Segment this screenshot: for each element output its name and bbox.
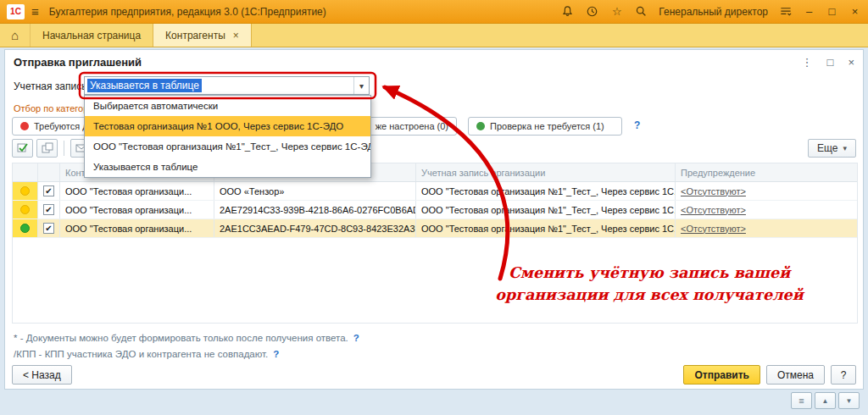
account-cell: ООО "Тестовая организация №1"_Тест_, Чер… — [416, 219, 676, 237]
row-status-cell — [13, 182, 38, 200]
service-settings-icon[interactable] — [778, 4, 793, 19]
warning-link[interactable]: <Отсутствуют> — [681, 186, 746, 196]
app-window: 1С ≡ Бухгалтерия предприятия, редакция 3… — [0, 0, 868, 415]
red-status-dot-icon — [20, 122, 29, 130]
footnote-help-link[interactable]: ? — [353, 333, 359, 343]
back-button[interactable]: < Назад — [12, 365, 72, 385]
minimize-button[interactable]: – — [803, 6, 815, 17]
green-status-dot-icon — [20, 224, 30, 233]
dialog-help-button[interactable]: ? — [831, 365, 856, 385]
account-combobox[interactable]: Указывается в таблице ▾ — [84, 76, 370, 95]
status-column-header — [13, 163, 38, 181]
warning-cell: <Отсутствуют> — [676, 182, 857, 200]
window-panel-toolbar: ≡ ▲ ▼ — [791, 392, 860, 409]
row-checkbox[interactable]: ✔ — [43, 223, 54, 234]
chevron-down-icon: ▾ — [843, 144, 847, 152]
tab-kontragenty[interactable]: Контрагенты × — [153, 24, 252, 47]
table-row[interactable]: ✔ ООО "Тестовая организаци... ООО «Тензо… — [13, 182, 857, 201]
list-toolbar — [12, 139, 92, 158]
history-clock-icon[interactable] — [585, 4, 599, 19]
search-icon[interactable] — [634, 4, 648, 19]
titlebar: 1С ≡ Бухгалтерия предприятия, редакция 3… — [0, 0, 868, 24]
checkbox-column-header — [38, 163, 60, 181]
row-status-cell — [13, 219, 38, 237]
row-checkbox-cell: ✔ — [38, 201, 60, 219]
dialog-close-icon[interactable]: × — [848, 56, 854, 69]
contragent-cell: ООО "Тестовая организаци... — [60, 182, 214, 200]
check-all-button[interactable] — [12, 139, 33, 158]
yellow-status-dot-icon — [20, 205, 30, 214]
tab-start-page-label: Начальная страница — [42, 30, 141, 42]
dialog-maximize-icon[interactable]: □ — [827, 56, 834, 69]
warning-link[interactable]: <Отсутствуют> — [681, 205, 746, 215]
current-user-menu[interactable]: Генеральный директор — [659, 6, 768, 18]
footnote-help-link[interactable]: ? — [273, 349, 279, 359]
account-label: Учетная запись: — [14, 80, 90, 92]
uncheck-all-button[interactable] — [36, 139, 58, 158]
tabbar: ⌂ Начальная страница Контрагенты × — [0, 24, 868, 47]
warning-link[interactable]: <Отсутствуют> — [681, 224, 746, 234]
identifier-cell: 2AE72914C33-939B-4218-86A6-0276FC0B6AD4 — [214, 201, 416, 219]
row-checkbox[interactable]: ✔ — [43, 185, 54, 196]
green-status-dot-icon — [476, 122, 485, 130]
more-button[interactable]: Еще ▾ — [808, 139, 856, 158]
table-row-selected[interactable]: ✔ ООО "Тестовая организаци... 2AE1CC3AEA… — [13, 219, 857, 238]
dropdown-item[interactable]: Выбирается автоматически — [85, 96, 370, 116]
close-button[interactable]: × — [849, 6, 861, 17]
dropdown-item[interactable]: ООО "Тестовая организация №1"_Тест_, Чер… — [85, 136, 370, 157]
identifier-cell: ООО «Тензор» — [214, 182, 416, 200]
contragent-cell: ООО "Тестовая организаци... — [60, 219, 214, 237]
warning-cell: <Отсутствуют> — [676, 219, 857, 237]
toolbar-separator — [64, 141, 64, 156]
dropdown-item[interactable]: Указывается в таблице — [85, 157, 370, 177]
account-cell: ООО "Тестовая организация №1"_Тест_, Чер… — [416, 182, 676, 200]
warning-cell: <Отсутствуют> — [676, 201, 857, 219]
tab-kontragenty-label: Контрагенты — [165, 30, 225, 42]
dialog-header: Отправка приглашений ⋮ □ × — [5, 50, 863, 74]
footnote-kpp: /КПП - КПП участника ЭДО и контрагента н… — [14, 349, 279, 359]
workspace: Отправка приглашений ⋮ □ × Учетная запис… — [0, 47, 868, 415]
row-checkbox-cell: ✔ — [38, 182, 60, 200]
row-checkbox[interactable]: ✔ — [43, 204, 54, 215]
dropdown-item-highlighted[interactable]: Тестовая организация №1 ООО, Через серви… — [85, 116, 370, 136]
send-invitations-dialog: Отправка приглашений ⋮ □ × Учетная запис… — [4, 49, 864, 390]
maximize-button[interactable]: □ — [826, 6, 838, 17]
warning-column-header[interactable]: Предупреждение — [676, 163, 857, 181]
scroll-down-icon[interactable]: ▼ — [838, 392, 860, 409]
favorites-star-icon[interactable]: ☆ — [609, 4, 624, 19]
account-cell: ООО "Тестовая организация №1"_Тест_, Чер… — [416, 201, 676, 219]
filters-help-link[interactable]: ? — [634, 119, 640, 131]
dialog-title: Отправка приглашений — [14, 56, 142, 69]
row-status-cell — [13, 201, 38, 219]
identifier-cell: 2AE1CC3AEAD-F479-47CD-8C93-8423E32A3E9B — [214, 219, 416, 237]
tab-start-page[interactable]: Начальная страница — [31, 24, 153, 47]
account-dropdown-list: Выбирается автоматически Тестовая органи… — [84, 95, 371, 178]
account-combobox-value: Указывается в таблице — [85, 77, 353, 94]
kebab-menu-icon[interactable]: ⋮ — [802, 56, 813, 69]
cancel-button[interactable]: Отмена — [766, 365, 825, 385]
scroll-up-icon[interactable]: ▲ — [815, 392, 836, 409]
send-button[interactable]: Отправить — [683, 365, 760, 385]
combobox-arrow-icon[interactable]: ▾ — [353, 77, 369, 94]
contragents-table: Контрагент Учетная запись организации Пр… — [12, 163, 858, 324]
contragent-cell: ООО "Тестовая организаци... — [60, 201, 214, 219]
tab-close-icon[interactable]: × — [233, 30, 239, 42]
1c-logo-icon: 1С — [7, 4, 25, 19]
main-menu-icon[interactable]: ≡ — [31, 5, 39, 18]
yellow-status-dot-icon — [20, 186, 30, 196]
window-title: Бухгалтерия предприятия, редакция 3.0 (1… — [49, 6, 554, 18]
table-row[interactable]: ✔ ООО "Тестовая организаци... 2AE72914C3… — [13, 201, 857, 219]
row-checkbox-cell: ✔ — [38, 219, 60, 237]
open-windows-list-icon[interactable]: ≡ — [791, 392, 812, 409]
notifications-bell-icon[interactable] — [560, 4, 575, 19]
home-tab[interactable]: ⌂ — [0, 24, 31, 47]
footnote-documents: * - Документы можно будет формировать то… — [14, 333, 359, 343]
filter-chip-no-check-required[interactable]: Проверка не требуется (1) — [468, 117, 622, 136]
account-column-header[interactable]: Учетная запись организации — [416, 163, 676, 181]
